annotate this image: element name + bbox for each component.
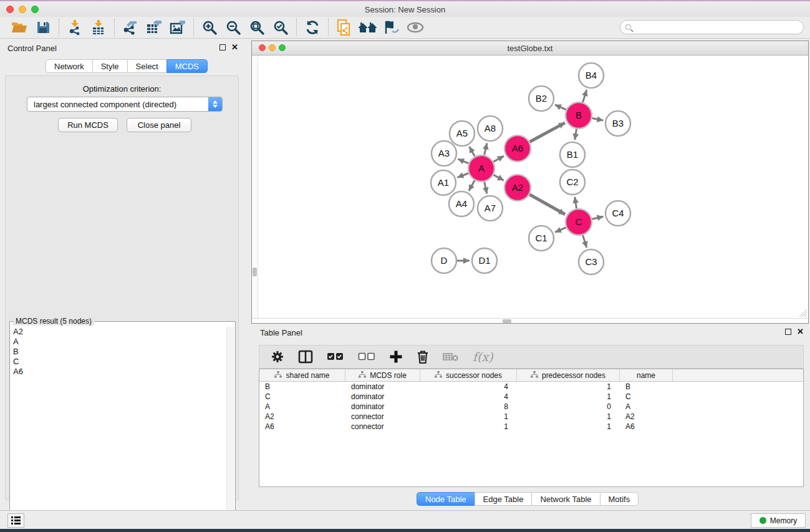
network-graph[interactable]: AA1A3A5A8A4A7A6A2BB2B4B3B1CC2C4C1C3DD1 <box>258 56 808 318</box>
result-item[interactable]: C <box>11 357 226 367</box>
delete-column-icon[interactable] <box>417 348 429 365</box>
close-panel-button[interactable]: Close panel <box>127 118 191 132</box>
tab-mcds[interactable]: MCDS <box>166 59 208 73</box>
select-all-icon[interactable] <box>327 348 344 365</box>
table-cell[interactable]: 4 <box>420 382 517 392</box>
table-cell[interactable]: connector <box>345 412 420 422</box>
zoom-selected-icon[interactable] <box>269 17 292 37</box>
column-header-MCDS-role[interactable]: MCDS role <box>345 369 420 381</box>
table-cell[interactable]: 1 <box>420 422 517 432</box>
table-cell[interactable]: 1 <box>517 392 620 402</box>
table-close-panel-icon[interactable]: ✕ <box>797 328 804 335</box>
table-cell[interactable]: A <box>259 402 345 412</box>
graph-node-C2[interactable]: C2 <box>560 170 585 195</box>
tab-style[interactable]: Style <box>92 59 128 73</box>
import-table-icon[interactable] <box>87 17 110 37</box>
export-table-icon[interactable] <box>142 17 166 37</box>
vertical-scroll-thumb[interactable] <box>253 268 257 276</box>
graph-node-B1[interactable]: B1 <box>560 142 585 167</box>
graph-node-A1[interactable]: A1 <box>431 170 456 195</box>
column-layout-icon[interactable] <box>298 348 313 365</box>
open-session-icon[interactable] <box>7 17 31 37</box>
search-input[interactable] <box>631 22 803 33</box>
edge-A-A8[interactable] <box>485 143 487 155</box>
table-cell[interactable]: 4 <box>420 392 517 402</box>
graph-node-A6[interactable]: A6 <box>504 135 531 162</box>
table-row[interactable]: Bdominator41B <box>259 382 803 392</box>
table-row[interactable]: A6connector11A6 <box>259 422 803 432</box>
save-session-icon[interactable] <box>31 17 55 37</box>
eye-icon[interactable] <box>403 17 427 37</box>
task-history-button[interactable] <box>7 513 24 528</box>
graph-node-A7[interactable]: A7 <box>478 196 503 221</box>
edge-A2-C[interactable] <box>529 195 565 215</box>
network-vertical-scrollbar[interactable] <box>252 56 258 318</box>
column-header-shared-name[interactable]: shared name <box>259 369 345 381</box>
graph-node-D[interactable]: D <box>432 248 456 273</box>
graph-node-A5[interactable]: A5 <box>450 121 475 146</box>
export-image-icon[interactable] <box>166 17 190 37</box>
deselect-all-icon[interactable] <box>358 348 375 365</box>
table-cell[interactable]: dominator <box>345 402 420 412</box>
edge-A-A3[interactable] <box>458 159 468 163</box>
clone-network-icon[interactable] <box>332 17 356 37</box>
table-cell[interactable]: dominator <box>345 382 420 392</box>
edge-B-B1[interactable] <box>575 129 577 140</box>
table-cell[interactable]: A2 <box>259 412 345 422</box>
float-panel-icon[interactable] <box>219 44 226 51</box>
tab-network-table[interactable]: Network Table <box>531 492 600 506</box>
table-row[interactable]: Cdominator41C <box>259 392 803 402</box>
result-item[interactable]: B <box>11 347 226 357</box>
edge-A-A1[interactable] <box>457 173 468 178</box>
tab-network[interactable]: Network <box>46 59 93 73</box>
table-cell[interactable]: A <box>620 402 673 412</box>
edge-B-B2[interactable] <box>555 105 566 110</box>
graph-node-A8[interactable]: A8 <box>478 116 503 141</box>
table-cell[interactable]: C <box>620 392 673 402</box>
graph-node-B2[interactable]: B2 <box>529 86 554 111</box>
edge-C-C4[interactable] <box>592 216 603 219</box>
tab-select[interactable]: Select <box>127 59 167 73</box>
table-cell[interactable]: 8 <box>420 402 517 412</box>
column-header-name[interactable]: name <box>620 369 673 381</box>
tab-edge-table[interactable]: Edge Table <box>475 492 533 506</box>
search-field[interactable] <box>620 20 804 34</box>
column-header-predecessor-nodes[interactable]: predecessor nodes <box>517 369 620 381</box>
horizontal-scroll-thumb[interactable] <box>503 319 511 323</box>
table-cell[interactable]: A6 <box>620 422 673 432</box>
table-cell[interactable]: B <box>259 382 345 392</box>
edge-A-A6[interactable] <box>493 156 504 162</box>
table-row[interactable]: Adominator80A <box>259 402 803 412</box>
table-cell[interactable]: dominator <box>345 392 420 402</box>
import-network-icon[interactable] <box>63 17 87 37</box>
graph-node-C4[interactable]: C4 <box>605 201 630 226</box>
table-row[interactable]: A2connector11A2 <box>259 412 803 422</box>
export-network-icon[interactable] <box>118 17 142 37</box>
network-horizontal-scrollbar[interactable] <box>252 318 808 323</box>
table-cell[interactable]: A2 <box>620 412 673 422</box>
table-cell[interactable]: A6 <box>259 422 345 432</box>
run-mcds-button[interactable]: Run MCDS <box>58 118 118 132</box>
table-cell[interactable]: 0 <box>517 402 620 412</box>
edge-A-A7[interactable] <box>485 181 487 193</box>
graph-node-A3[interactable]: A3 <box>432 141 456 166</box>
result-scrollbar[interactable] <box>226 327 234 532</box>
graph-node-C[interactable]: C <box>566 209 592 235</box>
memory-button[interactable]: Memory <box>751 513 806 528</box>
edge-A-A2[interactable] <box>493 175 504 180</box>
criterion-dropdown[interactable]: largest connected component (directed) <box>27 97 223 112</box>
refresh-icon[interactable] <box>301 17 324 37</box>
graph-node-B3[interactable]: B3 <box>605 111 630 136</box>
edge-C-C2[interactable] <box>575 197 577 209</box>
edge-C-C1[interactable] <box>555 228 566 233</box>
edge-A6-B[interactable] <box>529 123 565 142</box>
table-cell[interactable]: 1 <box>517 422 620 432</box>
edge-A-A5[interactable] <box>470 147 475 157</box>
table-cell[interactable]: connector <box>345 422 420 432</box>
table-float-panel-icon[interactable] <box>785 329 791 335</box>
edge-A-A4[interactable] <box>469 180 475 191</box>
add-column-icon[interactable] <box>389 348 403 365</box>
result-item[interactable]: A <box>11 337 226 347</box>
graph-node-D1[interactable]: D1 <box>472 248 497 273</box>
table-cell[interactable]: 1 <box>517 412 620 422</box>
